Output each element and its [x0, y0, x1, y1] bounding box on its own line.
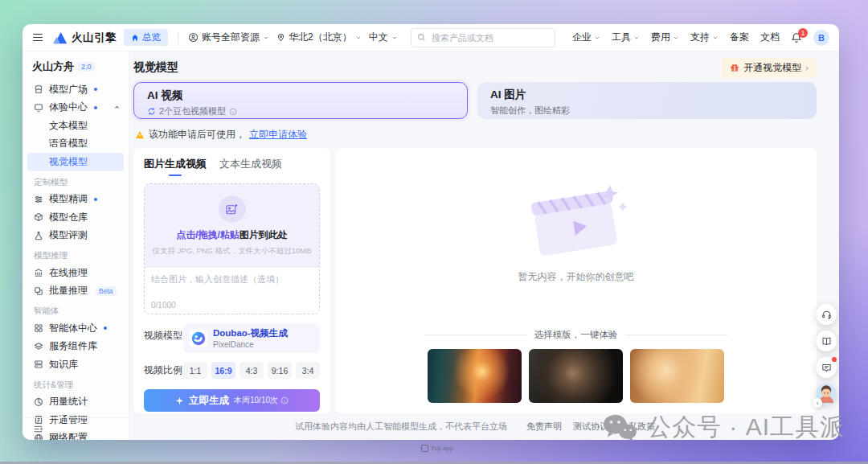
upload-hint: 仅支持 JPG, PNG 格式，文件大小不超过10MB	[153, 246, 312, 257]
sidebar-collapse-button[interactable]	[23, 417, 129, 440]
ai-image-title: AI 图片	[490, 88, 804, 102]
clapperboard-illustration	[516, 175, 637, 265]
region-dropdown[interactable]: 华北2（北京）	[276, 31, 362, 44]
open-vision-model-label: 开通视觉模型	[743, 61, 801, 75]
overview-button[interactable]: 总览	[124, 29, 168, 46]
generate-label: 立即生成	[189, 394, 229, 408]
language-dropdown[interactable]: 中文	[369, 31, 398, 44]
docs-button[interactable]	[816, 331, 837, 351]
usage-icon	[34, 397, 43, 407]
search-icon	[417, 33, 426, 42]
sidebar-item-model-finetune[interactable]: 模型精调	[27, 191, 124, 209]
topbar-menu-费用[interactable]: 费用	[651, 31, 679, 44]
sidebar-item-usage-statistics[interactable]: 用量统计	[27, 393, 124, 412]
template-image-boy-portrait-shadow[interactable]	[529, 349, 623, 403]
generation-form-panel: 图片生成视频文本生成视频 点击/拖拽/粘贴图片到此处 仅支持 JPG, PNG …	[133, 148, 330, 413]
sidebar-item-label: 知识库	[49, 358, 78, 372]
account-resources-dropdown[interactable]: 账号全部资源	[188, 31, 269, 44]
sidebar-item-vision-model[interactable]: 视觉模型	[27, 153, 124, 171]
divider-line	[625, 335, 727, 335]
ai-image-card[interactable]: AI 图片 智能创作，图绘精彩	[477, 82, 817, 119]
ai-video-title: AI 视频	[147, 88, 454, 103]
feedback-button[interactable]	[816, 357, 837, 378]
sidebar-item-knowledge-base[interactable]: 知识库	[27, 355, 124, 374]
user-avatar[interactable]: B	[813, 30, 829, 46]
brand-name: 火山引擎	[72, 31, 117, 45]
assistant-button[interactable]: ›	[816, 384, 837, 404]
search-input[interactable]	[430, 32, 549, 43]
brand-logo[interactable]: 火山引擎	[52, 31, 117, 45]
apply-now-link[interactable]: 立即申请体验	[249, 128, 307, 142]
sidebar-item-label: 批量推理	[49, 284, 88, 298]
new-indicator-dot	[104, 326, 107, 330]
cycle-icon	[147, 107, 156, 116]
sidebar-item-label: 语音模型	[49, 137, 88, 150]
menu-label: 企业	[572, 31, 592, 44]
topbar-link-备案[interactable]: 备案	[730, 31, 749, 44]
sidebar-item-agent-center[interactable]: 智能体中心	[27, 319, 124, 338]
topbar-link-文档[interactable]: 文档	[760, 31, 780, 44]
sidebar-item-model-repository[interactable]: 模型仓库	[27, 208, 124, 227]
open-vision-model-button[interactable]: 开通视觉模型 ›	[722, 58, 817, 78]
sidebar-item-label: 用量统计	[49, 395, 88, 409]
notifications-button[interactable]: 1	[791, 32, 802, 43]
repo-icon	[34, 212, 43, 222]
chevron-down-icon	[633, 35, 640, 41]
sidebar-item-online-inference[interactable]: 在线推理	[27, 264, 124, 282]
sidebar-item-voice-model[interactable]: 语音模型	[27, 135, 124, 154]
menu-label: 工具	[612, 31, 631, 44]
divider-line	[424, 335, 526, 335]
sidebar-item-batch-inference[interactable]: 批量推理Beta	[27, 282, 124, 301]
sidebar-item-label: 在线推理	[49, 266, 88, 280]
experience-icon	[34, 103, 43, 113]
ratio-row: 视频比例 1:116:94:39:163:4	[144, 362, 320, 379]
support-button[interactable]	[816, 304, 837, 325]
chevron-up-icon	[113, 104, 121, 111]
templates-title: 选择模版，一键体验	[534, 329, 618, 341]
sidebar-item-model-square[interactable]: 模型广场	[27, 80, 124, 99]
chat-icon	[821, 363, 832, 373]
chevron-right-icon: ›	[813, 398, 822, 408]
creative-description-input[interactable]	[151, 273, 313, 298]
tab-text-to-video[interactable]: 文本生成视频	[219, 157, 282, 176]
sidebar-section-label: 定制模型	[23, 171, 129, 191]
sidebar-item-model-evaluation[interactable]: 模型评测	[27, 227, 124, 245]
menu-label: 支持	[690, 31, 710, 44]
footer-link-免责声明[interactable]: 免责声明	[526, 421, 562, 433]
ai-video-subtitle: 2个豆包视频模型	[159, 105, 226, 117]
generate-button[interactable]: 立即生成 本周10/10次	[144, 389, 320, 412]
main-content: 视觉模型 开通视觉模型 › AI 视频 2个豆包视频模型	[129, 51, 839, 440]
ratio-option-3:4[interactable]: 3:4	[296, 362, 320, 379]
model-engine: PixelDance	[213, 340, 288, 349]
sidebar-item-label: 视觉模型	[49, 155, 88, 169]
floating-toolbar: ›	[816, 304, 837, 404]
ratio-option-16:9[interactable]: 16:9	[211, 362, 235, 379]
sidebar: 火山方舟 2.0 模型广场体验中心文本模型语音模型视觉模型定制模型模型精调模型仓…	[23, 51, 129, 440]
warning-icon	[135, 130, 145, 140]
sidebar-item-experience-center[interactable]: 体验中心	[27, 99, 124, 117]
video-model-select[interactable]: Doubao-视频生成 PixelDance	[183, 323, 320, 353]
app-window: 火山引擎 总览 账号全部资源 华北2（北京） 中文 企业工具费用支	[23, 24, 839, 440]
tab-image-to-video[interactable]: 图片生成视频	[144, 157, 207, 176]
ratio-option-1:1[interactable]: 1:1	[183, 362, 207, 379]
online-icon	[34, 268, 43, 277]
topbar-menu-支持[interactable]: 支持	[690, 31, 719, 44]
sidebar-item-service-components[interactable]: 服务组件库	[27, 338, 124, 356]
ratio-option-9:16[interactable]: 9:16	[268, 362, 292, 379]
ratio-options: 1:116:94:39:163:4	[183, 362, 320, 379]
model-row: 视频模型 Doubao-视频生成 PixelDance	[144, 323, 320, 353]
image-upload-dropzone[interactable]: 点击/拖拽/粘贴图片到此处 仅支持 JPG, PNG 格式，文件大小不超过10M…	[145, 184, 319, 268]
upload-container: 点击/拖拽/粘贴图片到此处 仅支持 JPG, PNG 格式，文件大小不超过10M…	[144, 183, 320, 314]
template-image-sunset-street-car[interactable]	[428, 349, 522, 403]
template-image-girl-golden-light[interactable]	[630, 349, 724, 403]
headset-icon	[821, 310, 832, 320]
sidebar-item-text-model[interactable]: 文本模型	[27, 117, 124, 135]
ai-video-card[interactable]: AI 视频 2个豆包视频模型	[133, 82, 468, 119]
topbar-links: 备案文档	[730, 31, 780, 44]
topbar-menu-企业[interactable]: 企业	[572, 31, 600, 44]
home-icon	[131, 34, 139, 42]
hamburger-menu-icon[interactable]	[31, 31, 45, 43]
topbar-menu-工具[interactable]: 工具	[612, 31, 640, 44]
ratio-option-4:3[interactable]: 4:3	[240, 362, 264, 379]
volcano-logo-icon	[52, 31, 68, 44]
